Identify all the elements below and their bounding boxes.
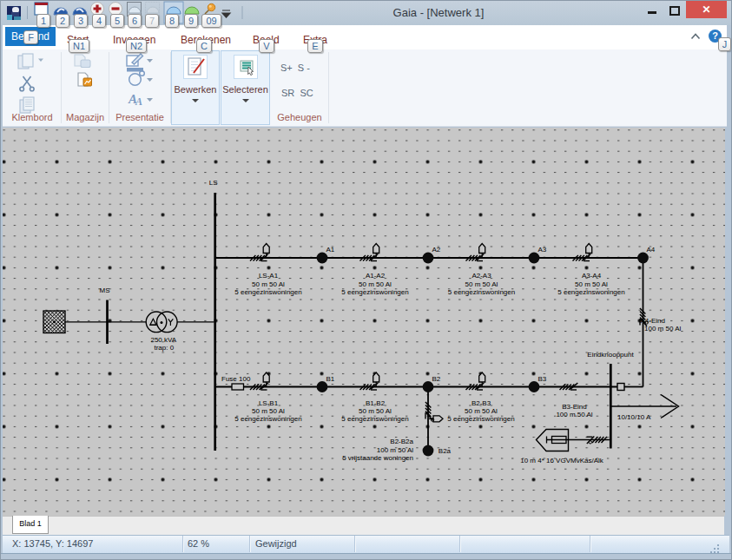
svg-text:5 eengezinswoningen: 5 eengezinswoningen [341, 288, 408, 296]
svg-text:50 m 50 Al: 50 m 50 Al [359, 280, 392, 288]
svg-text:5 vrijstaande woningen: 5 vrijstaande woningen [342, 454, 413, 462]
svg-text:LS-A1: LS-A1 [259, 272, 279, 280]
svg-text:10 m 4* 16 VGVMvKas/Alk: 10 m 4* 16 VGVMvKas/Alk [520, 457, 604, 464]
svg-text:50 m 50 Al: 50 m 50 Al [465, 280, 498, 288]
svg-text:250 kVA: 250 kVA [150, 336, 176, 344]
svg-text:A4: A4 [647, 246, 656, 254]
svg-text:Eindknooppunt: Eindknooppunt [587, 351, 634, 359]
svg-text:100 m 50 Al: 100 m 50 Al [644, 325, 681, 333]
svg-text:B2a: B2a [439, 447, 452, 455]
svg-text:B1: B1 [326, 375, 335, 383]
svg-text:A4-Eind: A4-Eind [641, 317, 665, 325]
svg-text:A3: A3 [538, 246, 547, 254]
svg-text:5 eengezinswoningen: 5 eengezinswoningen [447, 415, 514, 423]
svg-text:50 m 50 Al: 50 m 50 Al [252, 407, 285, 415]
svg-text:B1-B2: B1-B2 [366, 399, 386, 407]
svg-text:LS: LS [209, 179, 218, 187]
svg-text:B3-Eind: B3-Eind [562, 403, 586, 411]
svg-text:B2-B3: B2-B3 [472, 399, 491, 407]
svg-text:50 m 50 Al: 50 m 50 Al [465, 407, 498, 415]
svg-text:B2-B2a: B2-B2a [390, 438, 413, 445]
svg-text:5 eengezinswoningen: 5 eengezinswoningen [557, 288, 624, 296]
svg-text:10/10/10 A: 10/10/10 A [617, 413, 651, 421]
svg-text:5 eengezinswoningen: 5 eengezinswoningen [234, 288, 301, 296]
svg-text:A: A [135, 96, 142, 108]
svg-text:A2-A3: A2-A3 [472, 272, 491, 280]
svg-text:A1: A1 [326, 246, 335, 254]
svg-text:5 eengezinswoningen: 5 eengezinswoningen [341, 415, 408, 423]
svg-text:A3-A4: A3-A4 [582, 272, 602, 280]
svg-text:100 m 50 Al: 100 m 50 Al [556, 411, 592, 418]
svg-text:50 m 50 Al: 50 m 50 Al [359, 407, 392, 415]
svg-text:B3: B3 [538, 375, 547, 383]
svg-text:B2: B2 [432, 375, 441, 383]
svg-text:LS-B1: LS-B1 [259, 399, 279, 407]
svg-text:A1-A2: A1-A2 [366, 272, 386, 280]
svg-text:A2: A2 [432, 246, 441, 254]
svg-text:100 m 50 Al: 100 m 50 Al [377, 446, 413, 454]
svg-text:MS: MS [100, 287, 110, 294]
svg-text:5 eengezinswoningen: 5 eengezinswoningen [234, 415, 301, 423]
svg-text:trap: 0: trap: 0 [154, 344, 174, 352]
svg-text:5 eengezinswoningen: 5 eengezinswoningen [448, 288, 515, 296]
svg-text:50 m 50 Al: 50 m 50 Al [575, 280, 608, 288]
svg-text:Fuse 100: Fuse 100 [221, 375, 251, 383]
svg-text:50 m 50 Al: 50 m 50 Al [252, 280, 285, 288]
